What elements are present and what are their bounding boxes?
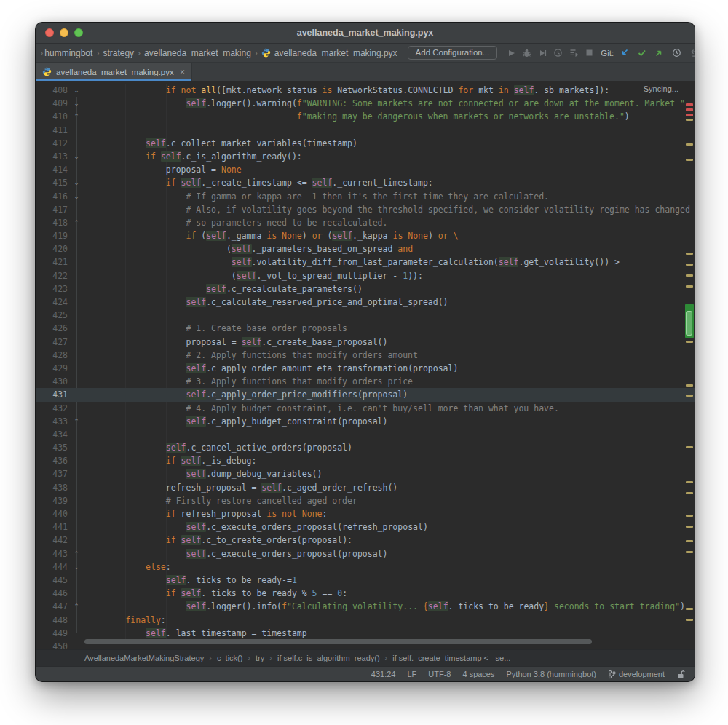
line-number[interactable]: 444 [36, 560, 68, 574]
line-number[interactable]: 433 [36, 415, 68, 428]
line-number[interactable]: 430 [36, 375, 68, 388]
file-encoding[interactable]: UTF-8 [428, 670, 451, 678]
code-line[interactable]: 429 self.c_apply_order_amount_eta_transf… [36, 362, 695, 375]
stripe-warning-mark[interactable] [686, 619, 693, 621]
code-line[interactable]: 424 self.c_calculate_reserved_price_and_… [36, 296, 695, 309]
code-breadcrumb-item[interactable]: if self._create_timestamp <= se... [392, 654, 510, 662]
stripe-error-mark[interactable] [686, 103, 693, 106]
code-line[interactable]: 433⌃ self.c_apply_budget_constraint(prop… [36, 415, 695, 428]
commit-icon[interactable] [637, 48, 646, 58]
code-line[interactable]: 413⌄ if self.c_is_algorithm_ready(): [36, 150, 695, 163]
code-line[interactable]: 430 # 3. Apply functions that modify ord… [36, 375, 695, 388]
fold-down-icon[interactable]: ⌄ [68, 190, 85, 203]
line-number[interactable]: 418 [36, 216, 68, 229]
line-number[interactable]: 431 [36, 388, 68, 401]
line-number[interactable]: 422 [36, 269, 68, 282]
profiler-icon[interactable] [553, 48, 563, 58]
line-separator[interactable]: LF [407, 670, 416, 678]
code-line[interactable]: 436 if self._is_debug: [36, 454, 695, 467]
fold-up-icon[interactable]: ⌃ [68, 600, 85, 613]
code-line[interactable]: 408⌄ if not all([mkt.network_status is N… [36, 84, 695, 97]
line-number[interactable]: 447 [36, 600, 68, 613]
fold-up-icon[interactable]: ⌃ [68, 547, 85, 560]
update-project-icon[interactable] [620, 48, 629, 58]
breadcrumb-item[interactable]: hummingbot [44, 48, 92, 58]
code-breadcrumb-item[interactable]: c_tick() [217, 654, 242, 662]
code-line[interactable]: 420 (self._parameters_based_on_spread an… [36, 242, 695, 255]
code-line[interactable]: 414 proposal = None [36, 163, 695, 176]
stop-icon[interactable] [585, 49, 593, 57]
line-number[interactable]: 436 [36, 454, 68, 467]
stripe-warning-mark[interactable] [686, 526, 693, 528]
stripe-warning-mark[interactable] [686, 341, 693, 343]
line-number[interactable]: 441 [36, 520, 68, 534]
code-line[interactable]: 412 self.c_collect_market_variables(time… [36, 137, 695, 150]
line-number[interactable]: 413 [36, 150, 68, 163]
line-number[interactable]: 450 [36, 640, 68, 649]
stripe-warning-mark[interactable] [686, 285, 693, 288]
vertical-scrollbar-thumb[interactable] [686, 311, 692, 336]
breadcrumb-item[interactable]: strategy [103, 48, 134, 58]
code-line[interactable]: 447⌃ self.logger().info(f"Calculating vo… [36, 600, 695, 613]
line-number[interactable]: 440 [36, 507, 68, 520]
fold-down-icon[interactable]: ⌄ [68, 97, 85, 110]
code-line[interactable]: 416⌄ # If gamma or kappa are -1 then it'… [36, 190, 695, 203]
stripe-warning-mark[interactable] [686, 119, 693, 121]
stripe-warning-mark[interactable] [686, 481, 693, 483]
caret-position[interactable]: 431:24 [371, 670, 396, 678]
stripe-warning-mark[interactable] [686, 492, 693, 494]
line-number[interactable]: 425 [36, 309, 68, 322]
stripe-warning-mark[interactable] [686, 253, 693, 255]
stripe-warning-mark[interactable] [686, 446, 693, 448]
add-configuration-button[interactable]: Add Configuration... [408, 46, 498, 60]
indent-style[interactable]: 4 spaces [462, 670, 494, 678]
line-number[interactable]: 438 [36, 481, 68, 494]
code-line[interactable]: 445 self._ticks_to_be_ready-=1 [36, 574, 695, 587]
stripe-warning-mark[interactable] [686, 608, 693, 610]
debug-icon[interactable] [522, 48, 531, 58]
stripe-error-mark[interactable] [686, 114, 693, 116]
line-number[interactable]: 417 [36, 203, 68, 216]
stripe-warning-mark[interactable] [686, 384, 693, 387]
git-branch-widget[interactable]: development [608, 670, 665, 679]
title-bar[interactable]: avellaneda_market_making.pyx [36, 23, 695, 44]
code-line[interactable]: 449 self._last_timestamp = timestamp [36, 627, 695, 640]
code-line[interactable]: 417 # Also, if volatility goes beyond th… [36, 203, 695, 216]
line-number[interactable]: 443 [36, 547, 68, 560]
code-line[interactable]: 438 refresh_proposal = self.c_aged_order… [36, 481, 695, 494]
tab-avellaneda-market-making[interactable]: avellaneda_market_making.pyx ✕ [36, 63, 192, 81]
code-line[interactable]: 439 # Firstly restore cancelled aged ord… [36, 494, 695, 507]
stripe-warning-mark[interactable] [686, 395, 693, 397]
line-number[interactable]: 412 [36, 137, 68, 150]
code-line[interactable]: 410⌃ f"making may be dangerous when mark… [36, 110, 695, 123]
line-number[interactable]: 435 [36, 441, 68, 454]
code-line[interactable]: 444⌄ else: [36, 560, 695, 574]
line-number[interactable]: 410 [36, 110, 68, 123]
line-number[interactable]: 437 [36, 467, 68, 480]
code-line[interactable]: 427 proposal = self.c_create_base_propos… [36, 336, 695, 349]
line-number[interactable]: 432 [36, 402, 68, 415]
code-line[interactable]: 415⌄ if self._create_timestamp <= self._… [36, 176, 695, 189]
stripe-warning-mark[interactable] [686, 264, 693, 266]
line-number[interactable]: 434 [36, 428, 68, 441]
code-line[interactable]: 443⌃ self.c_execute_orders_proposal(prop… [36, 547, 695, 560]
code-line[interactable]: 440 if refresh_proposal is not None: [36, 507, 695, 520]
line-number[interactable]: 448 [36, 614, 68, 627]
stripe-warning-mark[interactable] [686, 540, 693, 542]
code-breadcrumb-item[interactable]: try [256, 654, 264, 662]
code-line[interactable]: 423 self.c_recalculate_parameters() [36, 282, 695, 296]
stripe-warning-mark[interactable] [686, 274, 693, 277]
line-number[interactable]: 428 [36, 349, 68, 362]
breadcrumb-item[interactable]: avellaneda_market_making.pyx [274, 48, 397, 58]
line-number[interactable]: 416 [36, 190, 68, 203]
breadcrumb-item[interactable]: avellaneda_market_making [144, 48, 251, 58]
line-number[interactable]: 408 [36, 84, 68, 97]
fold-down-icon[interactable]: ⌄ [68, 84, 85, 97]
line-number[interactable]: 415 [36, 176, 68, 189]
code-line[interactable]: 437 self.dump_debug_variables() [36, 467, 695, 480]
stripe-warning-mark[interactable] [686, 551, 693, 553]
code-breadcrumb-item[interactable]: AvellanedaMarketMakingStrategy [84, 654, 204, 662]
run-icon[interactable] [507, 49, 515, 58]
code-line[interactable]: 421 self.volatility_diff_from_last_param… [36, 255, 695, 269]
code-line[interactable]: 442 if self.c_to_create_orders(proposal)… [36, 534, 695, 547]
